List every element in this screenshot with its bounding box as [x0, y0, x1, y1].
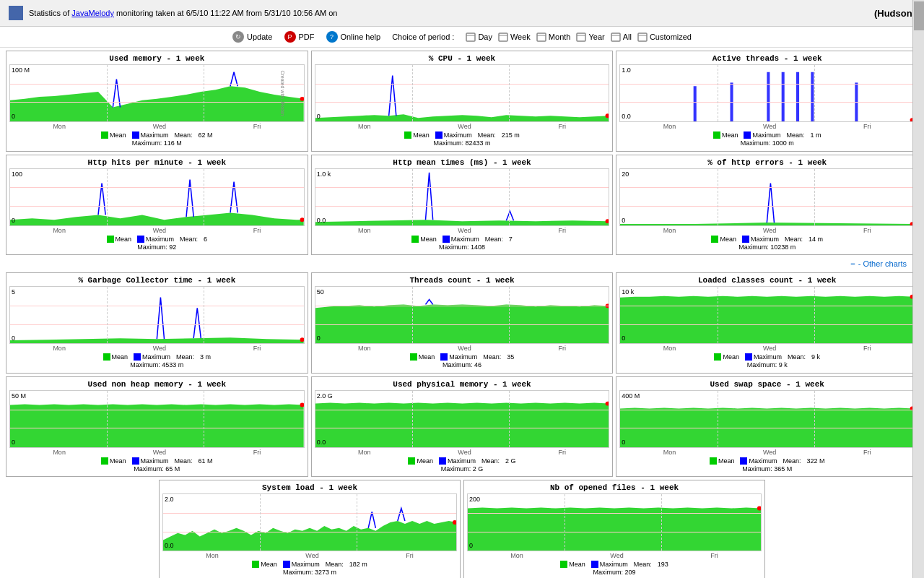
chart-http-errors-area[interactable]: 20 0	[619, 168, 915, 226]
chart-svg	[620, 169, 914, 225]
chart-svg	[620, 287, 914, 343]
legend-max: Maximum	[132, 131, 169, 139]
scrollbar-thumb[interactable]	[914, 1, 924, 30]
x-labels: Mon Wed Fri	[619, 123, 915, 130]
chart-stats: Maximum: 82433 m	[315, 139, 610, 148]
chart-openfiles: Nb of opened files - 1 week 200 0 Mon We…	[463, 480, 765, 578]
chart-active-threads-title: Active threads - 1 week	[619, 54, 915, 63]
chart-cpu-area[interactable]: 0	[315, 64, 610, 122]
x-labels: Mon Wed Fri	[619, 449, 915, 456]
x-labels: Mon Wed Fri	[467, 552, 762, 559]
y-bottom-label: 0	[317, 113, 321, 120]
svg-marker-44	[468, 508, 761, 551]
y-bottom-label: 0.0	[622, 113, 631, 120]
x-labels: Mon Wed Fri	[315, 345, 610, 352]
chart-classes-area[interactable]: 10 k 0	[619, 286, 915, 344]
chart-stats: Maximum: 92	[9, 243, 305, 252]
period-week[interactable]: Week	[498, 32, 531, 42]
toolbar: ↻ Update P PDF ? Online help Choice of p…	[0, 27, 924, 48]
chart-stats: Maximum: 2 G	[315, 465, 610, 474]
chart-stats: Maximum: 10238 m	[619, 243, 915, 252]
svg-marker-34	[620, 296, 914, 343]
app-name-link[interactable]: JavaMelody	[71, 9, 114, 17]
chart-stats: Maximum: 365 M	[619, 465, 915, 474]
chart-svg	[315, 287, 609, 343]
online-help-button[interactable]: ? Online help	[326, 31, 381, 43]
chart-http-times: Http mean times (ms) - 1 week 1.0 k 0.0 …	[311, 155, 614, 256]
svg-rect-10	[638, 33, 647, 41]
chart-physical-area[interactable]: 2.0 G 0.0	[315, 390, 610, 448]
chart-svg	[620, 391, 914, 447]
chart-svg	[315, 65, 609, 121]
chart-active-threads-area[interactable]: 1.0 0.0	[619, 64, 915, 122]
chart-http-hits-area[interactable]: 100 0	[9, 168, 305, 226]
y-bottom-label: 0	[12, 113, 15, 120]
period-year[interactable]: Year	[576, 32, 604, 42]
y-bottom-label: 0	[469, 542, 473, 549]
other-charts-toggle[interactable]: − - Other charts	[12, 259, 912, 268]
y-bottom-label: 0	[12, 439, 15, 446]
max-color	[132, 131, 139, 139]
svg-marker-42	[163, 521, 456, 551]
x-labels: Mon Wed Fri	[315, 227, 610, 234]
y-top-label: 2.0 G	[317, 392, 333, 400]
svg-marker-28	[620, 223, 914, 225]
chart-legend: Mean Maximum Mean: 14 m	[619, 236, 915, 243]
chart-swap-area[interactable]: 400 M 0	[619, 390, 915, 448]
chart-svg	[315, 169, 609, 225]
charts-area: Used memory - 1 week 100 M 0 Created w	[0, 48, 924, 578]
x-labels: Mon Wed Fri	[9, 449, 305, 456]
y-top-label: 1.0	[622, 66, 631, 74]
chart-threads-count-area[interactable]: 50 0	[315, 286, 610, 344]
svg-rect-2	[499, 33, 507, 41]
period-customized[interactable]: Customized	[637, 32, 692, 42]
help-icon: ?	[326, 31, 338, 43]
chart-used-memory-title: Used memory - 1 week	[9, 54, 305, 63]
chart-nonheap-area[interactable]: 50 M 0	[9, 390, 305, 448]
y-bottom-label: 0.0	[165, 542, 174, 549]
chart-gc: % Garbage Collector time - 1 week 5 0 Mo…	[6, 272, 308, 374]
side-label: Created with JRobin	[280, 70, 285, 116]
chart-stats: Maximum: 4533 m	[9, 361, 305, 370]
period-day[interactable]: Day	[466, 32, 492, 42]
chart-sysload-area[interactable]: 2.0 0.0	[162, 493, 457, 551]
calendar-all-icon	[611, 32, 621, 42]
app-icon	[9, 6, 23, 20]
legend-mean: Mean	[101, 131, 126, 139]
chart-http-times-area[interactable]: 1.0 k 0.0	[315, 168, 610, 226]
y-bottom-label: 0	[622, 439, 625, 446]
chart-gc-area[interactable]: 5 0	[9, 286, 305, 344]
scrollbar[interactable]	[912, 0, 924, 578]
period-month[interactable]: Month	[536, 32, 571, 42]
svg-rect-19	[782, 72, 785, 121]
chart-stats: Maximum: 1000 m	[619, 139, 915, 148]
charts-row-5: System load - 1 week 2.0 0.0 Mon Wed	[159, 480, 765, 578]
y-bottom-label: 0.0	[317, 439, 326, 446]
header: Statistics of JavaMelody monitoring take…	[0, 0, 924, 27]
y-bottom-label: 0	[317, 335, 321, 342]
chart-legend: Mean Maximum Mean: 215 m	[315, 131, 610, 139]
chart-legend: Mean Maximum Mean: 9 k	[619, 353, 915, 361]
chart-cpu: % CPU - 1 week 0 Mon Wed Fri	[311, 51, 614, 152]
y-bottom-label: 0	[622, 217, 625, 224]
calendar-custom-icon	[637, 32, 648, 42]
y-top-label: 20	[622, 171, 629, 178]
chart-legend: Mean Maximum Mean: 6	[9, 236, 305, 243]
chart-legend: Mean Maximum Mean: 61 M	[9, 457, 305, 465]
chart-svg	[620, 65, 914, 121]
chart-http-hits: Http hits per minute - 1 week 100 0 Mon	[6, 155, 308, 256]
update-icon: ↻	[232, 31, 244, 43]
chart-legend: Mean Maximum Mean: 182 m	[162, 561, 457, 568]
chart-stats: Maximum: 46	[315, 361, 610, 370]
minus-icon: −	[850, 259, 855, 268]
period-all[interactable]: All	[611, 32, 632, 42]
other-charts-link[interactable]: - Other charts	[858, 259, 907, 268]
chart-http-times-title: Http mean times (ms) - 1 week	[315, 158, 610, 167]
pdf-button[interactable]: P PDF	[284, 31, 315, 43]
chart-stats: Maximum: 209	[467, 568, 762, 577]
chart-openfiles-area[interactable]: 200 0	[467, 493, 762, 551]
legend-max: Maximum	[435, 131, 472, 139]
update-button[interactable]: ↻ Update	[232, 31, 272, 43]
chart-used-memory-area[interactable]: 100 M 0 Created with JRobin	[9, 64, 305, 122]
x-labels: Mon Wed Fri	[9, 123, 305, 130]
